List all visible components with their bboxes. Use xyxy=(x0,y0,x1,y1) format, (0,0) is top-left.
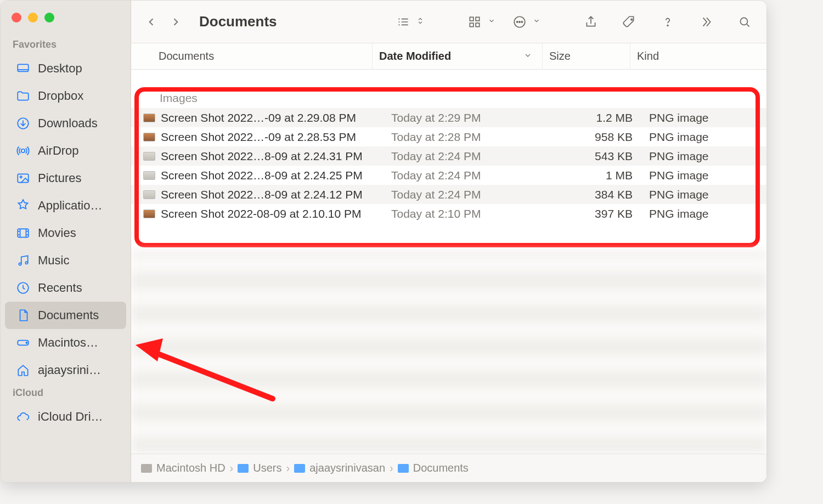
file-kind: PNG image xyxy=(642,169,766,182)
svg-rect-14 xyxy=(476,23,480,26)
file-name: Screen Shot 2022…-09 at 2.29.08 PM xyxy=(161,111,356,124)
applications-icon xyxy=(16,199,30,213)
breadcrumb-item[interactable]: ajaaysrinivasan xyxy=(294,462,385,474)
sidebar-item-macintosh-hd[interactable]: Macintos… xyxy=(5,329,126,356)
redacted-region xyxy=(131,251,766,454)
breadcrumb-label: Users xyxy=(253,462,281,474)
movies-icon xyxy=(16,226,30,240)
file-row[interactable]: Screen Shot 2022…8-09 at 2.24.25 PM Toda… xyxy=(131,166,766,185)
sidebar-section-icloud: iCloud xyxy=(1,384,131,403)
overflow-button[interactable] xyxy=(695,11,717,33)
folder-icon xyxy=(238,464,249,473)
sidebar-item-music[interactable]: Music xyxy=(5,247,126,274)
sidebar-item-airdrop[interactable]: AirDrop xyxy=(5,137,126,165)
home-icon xyxy=(16,363,30,377)
group-by-button[interactable] xyxy=(464,11,495,33)
svg-rect-13 xyxy=(470,23,473,26)
airdrop-icon xyxy=(16,144,30,158)
file-row[interactable]: Screen Shot 2022…8-09 at 2.24.12 PM Toda… xyxy=(131,185,766,204)
help-button[interactable] xyxy=(657,11,679,33)
folder-icon xyxy=(294,464,305,473)
file-row[interactable]: Screen Shot 2022…8-09 at 2.24.31 PM Toda… xyxy=(131,146,766,166)
breadcrumb-label: Documents xyxy=(413,462,469,474)
sidebar-item-documents[interactable]: Documents xyxy=(5,302,126,329)
sidebar-item-recents[interactable]: Recents xyxy=(5,274,126,302)
breadcrumb-label: Macintosh HD xyxy=(156,462,226,474)
cloud-icon xyxy=(16,410,30,424)
file-rows: Screen Shot 2022…-09 at 2.29.08 PM Today… xyxy=(131,108,766,223)
file-row[interactable]: Screen Shot 2022-08-09 at 2.10.10 PM Tod… xyxy=(131,204,766,223)
path-bar: Macintosh HD›Users›ajaaysrinivasan›Docum… xyxy=(131,454,766,482)
grid-icon xyxy=(464,11,486,33)
close-window-button[interactable] xyxy=(12,13,21,22)
svg-point-16 xyxy=(517,21,518,22)
sidebar-item-applications[interactable]: Applicatio… xyxy=(5,192,126,219)
column-size[interactable]: Size xyxy=(543,43,630,69)
action-menu-button[interactable] xyxy=(509,11,540,33)
file-date: Today at 2:29 PM xyxy=(385,111,555,124)
file-kind: PNG image xyxy=(642,111,766,124)
forward-button[interactable] xyxy=(166,13,185,31)
file-kind: PNG image xyxy=(642,150,766,163)
svg-point-2 xyxy=(21,149,25,153)
main-panel: Documents Documen xyxy=(131,1,766,482)
chevron-down-icon xyxy=(533,17,540,27)
sidebar-item-label: AirDrop xyxy=(38,144,79,158)
sidebar: Favorites Desktop Dropbox Downloads AirD… xyxy=(1,1,131,482)
sidebar-item-dropbox[interactable]: Dropbox xyxy=(5,82,126,110)
sidebar-item-home[interactable]: ajaaysrini… xyxy=(5,356,126,384)
share-button[interactable] xyxy=(580,11,602,33)
svg-point-21 xyxy=(740,18,747,25)
sidebar-item-label: Movies xyxy=(38,226,76,240)
sidebar-item-desktop[interactable]: Desktop xyxy=(5,55,126,82)
svg-rect-0 xyxy=(18,64,29,71)
file-name: Screen Shot 2022…8-09 at 2.24.25 PM xyxy=(161,169,363,182)
minimize-window-button[interactable] xyxy=(28,13,38,22)
view-list-button[interactable] xyxy=(392,11,424,33)
window-controls xyxy=(1,8,131,36)
file-thumbnail-icon xyxy=(143,133,155,141)
column-kind[interactable]: Kind xyxy=(630,43,766,69)
chevron-down-icon xyxy=(523,50,532,63)
file-kind: PNG image xyxy=(642,207,766,220)
sidebar-item-icloud-drive[interactable]: iCloud Dri… xyxy=(5,403,126,431)
back-button[interactable] xyxy=(142,13,161,31)
sidebar-item-label: Music xyxy=(38,253,69,268)
sidebar-item-movies[interactable]: Movies xyxy=(5,219,126,247)
sidebar-item-pictures[interactable]: Pictures xyxy=(5,165,126,192)
svg-point-10 xyxy=(26,342,27,343)
file-name: Screen Shot 2022…-09 at 2.28.53 PM xyxy=(161,131,356,144)
file-row[interactable]: Screen Shot 2022…-09 at 2.29.08 PM Today… xyxy=(131,108,766,127)
search-button[interactable] xyxy=(734,11,756,33)
chevron-down-icon xyxy=(488,17,495,27)
column-headers: Documents Date Modified Size Kind xyxy=(131,43,766,70)
file-kind: PNG image xyxy=(642,188,766,201)
sidebar-item-label: Dropbox xyxy=(38,89,83,103)
svg-rect-5 xyxy=(18,229,29,237)
tags-button[interactable] xyxy=(618,11,640,33)
file-list: Images Screen Shot 2022…-09 at 2.29.08 P… xyxy=(131,70,766,482)
breadcrumb-label: ajaaysrinivasan xyxy=(309,462,385,474)
file-row[interactable]: Screen Shot 2022…-09 at 2.28.53 PM Today… xyxy=(131,127,766,146)
sidebar-item-label: ajaaysrini… xyxy=(38,363,101,377)
svg-point-19 xyxy=(631,19,633,20)
column-date-modified[interactable]: Date Modified xyxy=(373,43,543,69)
sidebar-item-label: iCloud Dri… xyxy=(38,410,103,424)
svg-point-7 xyxy=(25,262,27,264)
column-name[interactable]: Documents xyxy=(131,43,373,69)
finder-window: Favorites Desktop Dropbox Downloads AirD… xyxy=(0,0,767,483)
zoom-window-button[interactable] xyxy=(44,13,54,22)
sidebar-item-downloads[interactable]: Downloads xyxy=(5,110,126,137)
breadcrumb-item[interactable]: Macintosh HD xyxy=(141,462,226,474)
breadcrumb-separator: › xyxy=(390,462,393,474)
breadcrumb-item[interactable]: Documents xyxy=(398,462,469,474)
file-date: Today at 2:24 PM xyxy=(385,188,555,201)
file-size: 958 KB xyxy=(555,131,642,144)
download-icon xyxy=(16,116,30,131)
file-date: Today at 2:10 PM xyxy=(385,207,555,220)
svg-point-4 xyxy=(20,176,22,178)
file-thumbnail-icon xyxy=(143,171,155,180)
window-title: Documents xyxy=(191,13,299,30)
breadcrumb-item[interactable]: Users xyxy=(238,462,281,474)
sidebar-item-label: Downloads xyxy=(38,116,98,131)
